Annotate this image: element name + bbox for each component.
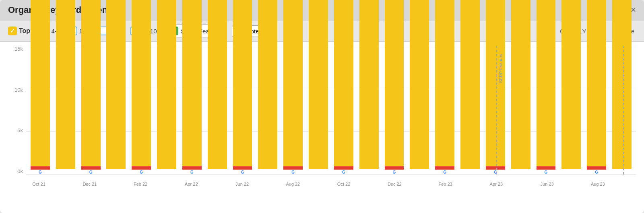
bar-group-jul-23	[559, 0, 583, 174]
x-label-2: Dec 21	[77, 182, 102, 186]
bar-group-aug-23: G	[584, 0, 609, 174]
bar-yellow	[56, 0, 75, 169]
serp-annotation-line: SERP features	[496, 46, 497, 174]
bar-yellow	[258, 0, 277, 169]
bar-group-apr-23: G	[483, 0, 508, 174]
bar-red	[81, 166, 101, 170]
google-icon: G	[393, 170, 396, 174]
bar-group-feb-23: G	[433, 0, 457, 174]
bar-group-oct-22: G	[332, 0, 356, 174]
x-label-20: Jun 23	[535, 182, 560, 186]
bar-red	[132, 166, 151, 170]
bar-group-mar-22	[155, 0, 179, 174]
bar-yellow	[385, 0, 404, 166]
google-icon: G	[595, 170, 598, 174]
x-label-12: Oct 22	[331, 182, 357, 186]
bar-red	[233, 166, 252, 170]
x-axis-labels: Oct 21Dec 21Feb 22Apr 22Jun 22Aug 22Oct …	[26, 178, 636, 186]
bar-yellow	[208, 0, 227, 169]
bar-red	[31, 166, 50, 170]
bar-group-mar-23	[458, 0, 482, 174]
bar-group-aug-22: G	[281, 0, 305, 174]
bar-yellow	[309, 0, 328, 169]
bar-yellow	[81, 0, 101, 166]
main-container: Organic Keywords Trend × Top 3 4-10 11-2…	[0, 0, 644, 213]
x-label-14: Dec 22	[382, 182, 407, 186]
x-label-22: Aug 23	[585, 182, 611, 186]
bars-container: GGGGGGGGGGGG	[26, 46, 636, 174]
y-label-0k: 0k	[17, 168, 26, 174]
x-label-4: Feb 22	[128, 182, 153, 186]
bar-group-dec-22: G	[382, 0, 407, 174]
google-icon: G	[291, 170, 295, 174]
bar-red	[537, 166, 556, 170]
google-icon: G	[545, 170, 548, 174]
bar-red	[435, 166, 454, 170]
bar-red	[385, 166, 404, 170]
bar-group-jan-22	[104, 0, 128, 174]
grid-line-bottom	[26, 174, 636, 175]
bar-group-may-22	[205, 0, 229, 174]
serp-annotation-line-2	[623, 46, 624, 174]
bar-yellow	[106, 0, 126, 169]
bar-yellow	[460, 0, 480, 169]
google-icon: G	[89, 170, 93, 174]
bar-red	[587, 166, 606, 170]
y-axis: 15k 10k 5k 0k	[8, 46, 26, 174]
checkbox-top3	[8, 27, 17, 35]
bar-group-jun-23: G	[534, 0, 558, 174]
bar-yellow	[359, 0, 379, 169]
bar-yellow	[283, 0, 303, 166]
bar-group-feb-22: G	[129, 0, 153, 174]
bar-yellow	[537, 0, 556, 166]
bar-yellow	[182, 0, 202, 166]
bar-group-sep-23	[610, 0, 634, 174]
bar-group-may-23	[509, 0, 533, 174]
chart-inner: 15k 10k 5k 0k SERP features GGGGGGGGGGGG…	[8, 46, 636, 186]
google-icon: G	[342, 170, 345, 174]
bar-group-jul-22	[256, 0, 280, 174]
bar-yellow	[334, 0, 353, 166]
bar-yellow	[511, 0, 530, 169]
bar-group-sep-22	[306, 0, 330, 174]
bar-group-jan-23	[407, 0, 431, 174]
google-icon: G	[140, 170, 143, 174]
x-label-8: Jun 22	[229, 182, 255, 186]
bar-group-apr-22: G	[180, 0, 204, 174]
google-icon: G	[190, 170, 194, 174]
y-label-15k: 15k	[14, 46, 26, 52]
bar-yellow	[132, 0, 151, 166]
bar-red	[334, 166, 353, 170]
bar-yellow	[31, 0, 50, 166]
bar-yellow	[435, 0, 454, 166]
bar-yellow	[612, 0, 632, 169]
bar-group-oct-21: G	[28, 0, 52, 174]
google-icon: G	[241, 170, 244, 174]
bar-yellow	[486, 0, 505, 166]
bar-group-dec-21: G	[79, 0, 103, 174]
x-label-6: Apr 22	[179, 182, 204, 186]
google-icon: G	[39, 170, 42, 174]
x-label-16: Feb 23	[433, 182, 458, 186]
y-label-10k: 10k	[14, 87, 26, 93]
x-label-18: Apr 23	[483, 182, 509, 186]
serp-annotation-label: SERP features	[498, 54, 503, 83]
bar-yellow	[233, 0, 252, 166]
bar-red	[182, 166, 202, 170]
bar-yellow	[587, 0, 606, 166]
x-label-0: Oct 21	[26, 182, 52, 186]
x-label-10: Aug 22	[280, 182, 305, 186]
bar-group-jun-22: G	[231, 0, 255, 174]
bar-yellow	[157, 0, 176, 169]
bar-red	[283, 166, 303, 170]
bar-yellow	[410, 0, 429, 169]
bar-yellow	[561, 0, 581, 169]
chart-area: 15k 10k 5k 0k SERP features GGGGGGGGGGGG…	[0, 42, 644, 186]
bar-group-nov-22	[357, 0, 381, 174]
google-icon: G	[443, 170, 446, 174]
bar-group-nov-21	[54, 0, 78, 174]
y-label-5k: 5k	[17, 127, 26, 133]
bar-red	[486, 166, 505, 170]
